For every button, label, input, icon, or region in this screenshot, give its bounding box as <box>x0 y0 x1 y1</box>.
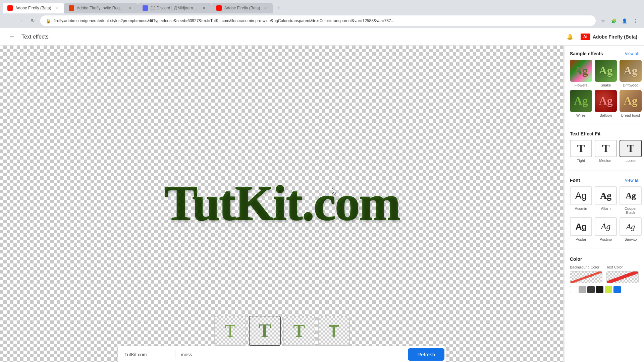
font-view-all[interactable]: View all <box>625 178 639 183</box>
text-color-swatch[interactable] <box>606 271 639 283</box>
font-sanvito-thumb: Ag <box>620 217 642 236</box>
header-right: 🔔 Ai Adobe Firefly (Beta) <box>565 32 637 42</box>
tab-label-2: Adobe Firefly Invite Request For... <box>77 6 125 10</box>
sample-label-breadtoast: Bread toast <box>621 113 640 117</box>
sample-item-flowers[interactable]: Ag Flowers <box>570 60 592 87</box>
refresh-button[interactable]: Refresh <box>408 348 444 361</box>
nav-back[interactable]: ← <box>4 16 13 25</box>
swatch-blue[interactable] <box>613 286 621 293</box>
sample-effects-view-all[interactable]: View all <box>625 51 639 56</box>
font-poplar[interactable]: Ag Poplar <box>570 217 592 241</box>
fit-loose-label: Loose <box>626 159 636 163</box>
sample-label-flowers: Flowers <box>575 83 588 87</box>
extension-icon[interactable]: 🧩 <box>609 16 619 25</box>
fit-medium-label: Medium <box>599 159 612 163</box>
sample-label-wires: Wires <box>576 113 586 117</box>
address-text: firefly.adobe.com/generate/font-styles?p… <box>54 18 590 23</box>
font-postino-thumb: Ag <box>595 217 617 236</box>
text-transparent-line <box>607 272 639 283</box>
font-poplar-thumb: Ag <box>570 217 592 236</box>
tab-close-2[interactable]: ✕ <box>128 5 133 11</box>
nav-forward[interactable]: → <box>16 16 25 25</box>
font-header: Font View all <box>570 178 639 183</box>
color-row: Background Color Text Color <box>570 265 639 283</box>
font-acumin-thumb: Ag <box>570 186 592 205</box>
sample-item-breadtoast[interactable]: Ag Bread toast <box>620 90 642 117</box>
fit-header: Text Effect Fit <box>570 131 639 136</box>
back-button[interactable]: ← <box>7 32 17 42</box>
lock-icon: 🔒 <box>46 18 51 23</box>
driftwood-ag: Ag <box>624 64 638 77</box>
bg-color-swatch[interactable] <box>570 271 602 283</box>
font-acumin[interactable]: Ag Acumin <box>570 186 592 215</box>
fit-tight-label: Tight <box>577 159 585 163</box>
menu-icon[interactable]: ⋮ <box>631 16 640 25</box>
swatch-dgray[interactable] <box>587 286 595 293</box>
prompt-input[interactable] <box>178 350 405 359</box>
browser-actions: ☆ 🧩 👤 ⋮ <box>598 16 640 25</box>
transparent-indicator <box>570 272 602 283</box>
sample-item-driftwood[interactable]: Ag Driftwood <box>620 60 642 87</box>
swatch-yellow[interactable] <box>605 286 612 293</box>
sample-effects-title: Sample effects <box>570 51 603 56</box>
tab-close-1[interactable]: ✕ <box>54 5 59 11</box>
sample-effects-grid: Ag Flowers Ag Snake Ag <box>570 60 639 117</box>
tab-favicon-3 <box>143 5 148 11</box>
tab-label-1: Adobe Firefly (Beta) <box>15 6 51 10</box>
main-content: TutKit.com T T T T <box>0 46 644 362</box>
color-title: Color <box>570 256 582 262</box>
divider-3 <box>570 248 639 248</box>
tab-close-4[interactable]: ✕ <box>263 5 268 11</box>
bg-color-label: Background Color <box>570 265 602 269</box>
font-sanvito[interactable]: Ag Sanvito <box>620 217 642 241</box>
fit-title: Text Effect Fit <box>570 131 601 136</box>
font-alfarn[interactable]: Ag Alfarn <box>595 186 617 215</box>
new-tab-button[interactable]: + <box>274 3 283 13</box>
snake-ag: Ag <box>599 64 613 77</box>
fit-medium[interactable]: T Medium <box>595 140 617 163</box>
fit-loose[interactable]: T Loose <box>620 140 642 163</box>
sample-effects-section: Sample effects View all Ag Flowers Ag <box>570 51 639 117</box>
tab-close-3[interactable]: ✕ <box>202 5 207 11</box>
tab-1[interactable]: Adobe Firefly (Beta) ✕ <box>3 3 64 13</box>
wires-ag: Ag <box>574 95 588 107</box>
adobe-logo-text: Adobe Firefly (Beta) <box>593 34 637 40</box>
notification-button[interactable]: 🔔 <box>565 32 575 42</box>
browser-chrome: Adobe Firefly (Beta) ✕ Adobe Firefly Inv… <box>0 0 644 28</box>
font-cooper[interactable]: Ag Cooper Black <box>620 186 642 215</box>
sample-effects-header: Sample effects View all <box>570 51 639 56</box>
thumbnail-1[interactable]: T <box>214 316 246 346</box>
font-postino[interactable]: Ag Postino <box>595 217 617 241</box>
font-cooper-label: Cooper Black <box>620 206 642 215</box>
font-poplar-label: Poplar <box>576 237 586 241</box>
balloon-ag: Ag <box>599 95 613 107</box>
fit-tight[interactable]: T Tight <box>570 140 592 163</box>
font-sanvito-label: Sanvito <box>625 237 637 241</box>
fit-loose-thumb: T <box>620 140 642 157</box>
swatch-black[interactable] <box>596 286 603 293</box>
thumbnail-3[interactable]: T <box>283 316 315 346</box>
nav-reload[interactable]: ↻ <box>28 16 38 25</box>
page-title: Text effects <box>21 34 49 40</box>
font-alfarn-thumb: Ag <box>595 186 617 205</box>
flowers-ag: Ag <box>574 64 588 77</box>
fit-medium-thumb: T <box>595 140 617 157</box>
tab-2[interactable]: Adobe Firefly Invite Request For... ✕ <box>64 3 138 13</box>
sample-item-wires[interactable]: Ag Wires <box>570 90 592 117</box>
sample-item-snake[interactable]: Ag Snake <box>595 60 617 87</box>
tab-4[interactable]: Adobe Firefly (Beta) ✕ <box>212 3 273 13</box>
sample-item-balloon[interactable]: Ag Balloon <box>595 90 617 117</box>
thumbnail-4[interactable]: T <box>318 316 350 346</box>
swatch-white[interactable] <box>570 286 577 293</box>
bookmark-icon[interactable]: ☆ <box>598 16 608 25</box>
profile-icon[interactable]: 👤 <box>620 16 629 25</box>
text-effect-fit-section: Text Effect Fit T Tight T Medium <box>570 131 639 164</box>
font-postino-label: Postino <box>600 237 612 241</box>
text-input[interactable] <box>122 350 175 359</box>
font-alfarn-label: Alfarn <box>601 206 611 210</box>
tab-3[interactable]: (1) Discord | @Midjourney Bot ✕ <box>138 3 212 13</box>
swatch-lgray[interactable] <box>579 286 586 293</box>
thumbnail-2[interactable]: T <box>249 316 281 346</box>
font-title: Font <box>570 178 580 183</box>
address-bar[interactable]: 🔒 firefly.adobe.com/generate/font-styles… <box>40 15 596 26</box>
